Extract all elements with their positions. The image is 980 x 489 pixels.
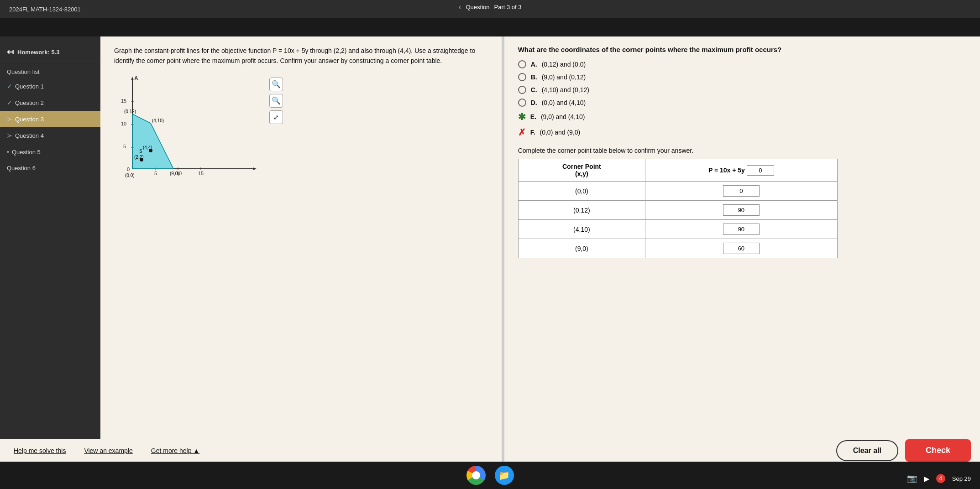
option-d-text: (0,0) and (4,10) — [542, 99, 586, 106]
question-section: Graph the constant-profit lines for the … — [100, 36, 503, 480]
table-row-2: (0,12) — [518, 201, 837, 220]
sidebar-item-label-q3: Question 3 — [15, 116, 44, 123]
files-icon-symbol: 📁 — [498, 470, 510, 481]
chrome-icon-center — [472, 471, 480, 479]
sys-screenshot-icon: 📷 — [907, 473, 917, 484]
check-icon-q1: ✓ — [7, 83, 12, 90]
table-row-4: (9,0) — [518, 239, 837, 258]
point-00: (0,0) — [518, 182, 645, 201]
col2-header-input[interactable] — [747, 165, 774, 176]
col2-header: P = 10x + 5y — [645, 159, 838, 182]
input-90[interactable] — [723, 243, 760, 254]
option-c-label: C. — [531, 86, 537, 94]
answer-section: What are the coordinates of the corner p… — [504, 36, 980, 480]
part-navigation: ‹ Question Part 3 of 3 — [449, 0, 530, 14]
option-c-text: (4,10) and (0,12) — [542, 86, 589, 94]
input-012[interactable] — [723, 204, 760, 216]
option-a[interactable]: A. (0,12) and (0,0) — [518, 60, 966, 68]
svg-text:(0,0): (0,0) — [125, 173, 135, 178]
table-row-1: (0,0) — [518, 182, 837, 201]
svg-text:5: 5 — [154, 171, 157, 176]
sidebar-item-q2[interactable]: ✓ Question 2 — [0, 94, 100, 111]
svg-text:(4,4): (4,4) — [143, 145, 152, 150]
chrome-icon[interactable] — [466, 466, 486, 485]
question-text: Graph the constant-profit lines for the … — [114, 46, 488, 66]
example-link[interactable]: View an example — [84, 447, 132, 454]
sidebar-item-label-q2: Question 2 — [15, 99, 44, 106]
option-a-text: (0,12) and (0,0) — [542, 61, 586, 68]
sys-tray: 📷 ▶ 4 Sep 29 — [907, 473, 971, 484]
sidebar-header[interactable]: ↤ Homework: 5.3 — [0, 43, 100, 61]
option-e-text: (9,0) and (4,10) — [541, 113, 585, 120]
partial-icon-q4: ≻ — [7, 132, 12, 139]
option-b[interactable]: B. (9,0) and (0,12) — [518, 73, 966, 81]
zoom-out-button[interactable]: 🔍 — [269, 94, 283, 108]
sidebar-item-q4[interactable]: ≻ Question 4 — [0, 127, 100, 144]
partial-icon-q5: • — [7, 148, 9, 156]
point-90: (9,0) — [518, 239, 645, 258]
expand-button[interactable]: ⤢ — [269, 110, 283, 124]
radio-c[interactable] — [518, 86, 526, 94]
zoom-in-icon: 🔍 — [272, 80, 281, 88]
sidebar-item-q5[interactable]: • Question 5 — [0, 144, 100, 160]
homework-label: Homework: 5.3 — [17, 49, 59, 56]
table-instruction: Complete the corner point table below to… — [518, 147, 966, 154]
input-00[interactable] — [723, 185, 760, 197]
zoom-out-icon: 🔍 — [272, 96, 281, 105]
option-e-label: E. — [530, 113, 536, 120]
option-f-label: F. — [530, 129, 535, 136]
option-b-label: B. — [531, 73, 537, 81]
sidebar-item-q6[interactable]: Question 6 — [0, 160, 100, 176]
clear-all-button[interactable]: Clear all — [836, 440, 898, 461]
option-e[interactable]: ✱ E. (9,0) and (4,10) — [518, 111, 966, 122]
sidebar-item-q1[interactable]: ✓ Question 1 — [0, 78, 100, 94]
radio-b[interactable] — [518, 73, 526, 81]
part-info: Part 3 of 3 — [494, 4, 522, 10]
zoom-in-button[interactable]: 🔍 — [269, 78, 283, 91]
files-icon[interactable]: 📁 — [495, 466, 514, 485]
radio-d[interactable] — [518, 99, 526, 107]
more-help-link[interactable]: Get more help ▲ — [151, 447, 199, 454]
input-410[interactable] — [723, 224, 760, 235]
sys-date: Sep 29 — [952, 475, 971, 482]
action-buttons: Clear all Check — [836, 439, 971, 462]
table-section: Complete the corner point table below to… — [518, 147, 966, 258]
svg-text:10: 10 — [121, 121, 126, 126]
graph-wrapper: 0 5 10 15 5 10 15 — [114, 73, 260, 184]
svg-marker-3 — [253, 167, 257, 170]
corner-table: Corner Point (x,y) P = 10x + 5y (0,0) — [518, 159, 838, 258]
value-410 — [645, 220, 838, 239]
option-f[interactable]: ✗ F. (0,0) and (9,0) — [518, 127, 966, 138]
option-c[interactable]: C. (4,10) and (0,12) — [518, 86, 966, 94]
sidebar-item-label-q4: Question 4 — [15, 132, 44, 139]
svg-text:A: A — [134, 75, 138, 82]
svg-text:15: 15 — [198, 171, 204, 176]
svg-marker-2 — [131, 77, 134, 80]
wrong-mark-f: ✗ — [518, 127, 526, 138]
check-icon-q2: ✓ — [7, 99, 12, 106]
back-icon: ↤ — [7, 47, 14, 57]
svg-text:5: 5 — [123, 144, 126, 149]
sidebar: ↤ Homework: 5.3 Question list ✓ Question… — [0, 36, 100, 480]
taskbar: 📁 — [0, 462, 980, 489]
col1-header: Corner Point (x,y) — [518, 159, 645, 182]
option-d[interactable]: D. (0,0) and (4,10) — [518, 99, 966, 107]
svg-text:(9,0): (9,0) — [170, 171, 179, 176]
partial-icon-q3: ≻ — [7, 115, 12, 123]
option-a-label: A. — [531, 61, 537, 68]
check-button[interactable]: Check — [905, 439, 971, 462]
part-prev-icon[interactable]: ‹ — [458, 2, 461, 12]
svg-text:0: 0 — [127, 166, 130, 172]
option-f-text: (0,0) and (9,0) — [540, 129, 581, 136]
radio-a[interactable] — [518, 60, 526, 68]
table-row-3: (4,10) — [518, 220, 837, 239]
sidebar-item-q3[interactable]: ≻ Question 3 — [0, 111, 100, 127]
app-title: 2024FL MATH-1324-82001 — [9, 6, 81, 13]
help-link[interactable]: Help me solve this — [14, 447, 66, 454]
expand-icon: ⤢ — [273, 114, 279, 121]
option-d-label: D. — [531, 99, 537, 106]
part-label: Question — [466, 4, 489, 10]
question-list-label: Question list — [0, 66, 100, 78]
value-90 — [645, 239, 838, 258]
point-012: (0,12) — [518, 201, 645, 220]
